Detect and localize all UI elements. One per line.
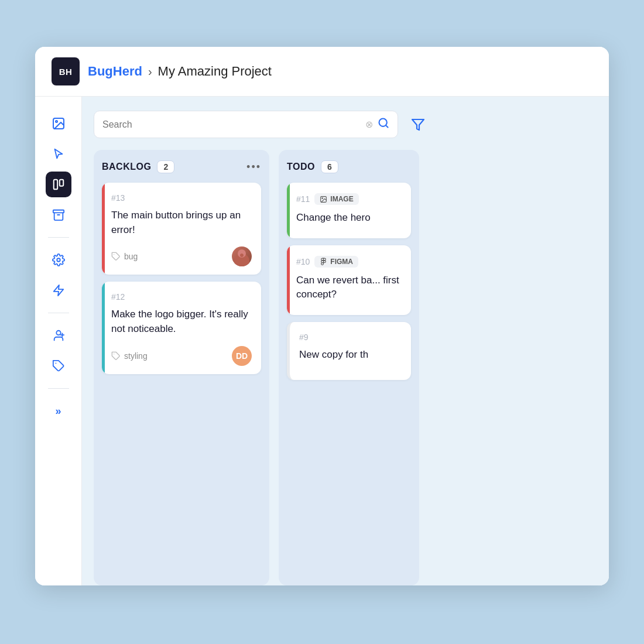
search-input[interactable] (102, 119, 361, 130)
card-avatar-12: DD (232, 346, 252, 366)
filter-button[interactable] (405, 112, 431, 138)
card-footer-12: styling DD (111, 346, 252, 366)
sidebar-item-integrations[interactable] (46, 278, 71, 303)
column-header-todo: TODO 6 (287, 160, 411, 173)
main-area: » ⊗ (35, 97, 609, 585)
kanban-card-11[interactable]: #11 IMAGE Change the hero (287, 183, 411, 238)
card-number-10: #10 (296, 257, 310, 266)
main-content: ⊗ (82, 97, 609, 585)
svg-rect-3 (59, 180, 63, 186)
sidebar-item-image[interactable] (46, 111, 71, 136)
breadcrumb-app-name[interactable]: BugHerd (88, 64, 142, 79)
column-count-todo: 6 (321, 160, 338, 173)
sidebar-divider-3 (48, 388, 69, 389)
column-header-backlog: BACKLOG 2 ••• (102, 160, 261, 173)
card-title-13: The main button brings up an error! (111, 208, 252, 237)
column-more-backlog[interactable]: ••• (246, 161, 261, 173)
kanban-column-backlog: BACKLOG 2 ••• #13 The main button brings… (94, 150, 269, 585)
card-title-9: New copy for th (299, 348, 402, 362)
card-tag-12: styling (111, 351, 148, 361)
app-header: BH BugHerd › My Amazing Project (35, 47, 609, 97)
svg-marker-6 (53, 285, 63, 296)
kanban-column-todo: TODO 6 #11 (279, 150, 419, 585)
svg-point-1 (56, 121, 57, 122)
sidebar-item-kanban[interactable] (46, 172, 71, 197)
toolbar: ⊗ (94, 111, 597, 138)
card-footer-13: bug (111, 246, 252, 266)
sidebar-divider-1 (48, 237, 69, 238)
svg-point-5 (57, 258, 60, 262)
card-tag-label-12: styling (124, 351, 148, 361)
card-number-12: #12 (111, 292, 252, 302)
kanban-card-9[interactable]: #9 New copy for th (287, 322, 411, 380)
svg-point-17 (322, 197, 323, 198)
svg-marker-13 (412, 119, 424, 130)
column-count-backlog: 2 (157, 160, 174, 173)
card-badge-10: FIGMA (314, 256, 358, 268)
card-title-12: Make the logo bigger. It's really not no… (111, 307, 252, 336)
card-badge-11: IMAGE (314, 193, 358, 205)
card-tag-label-13: bug (124, 252, 138, 261)
card-avatar-13 (232, 246, 252, 266)
svg-rect-4 (53, 210, 63, 213)
card-number-9: #9 (299, 333, 402, 342)
search-submit-icon[interactable] (378, 117, 389, 132)
svg-point-7 (56, 331, 60, 335)
kanban-board: BACKLOG 2 ••• #13 The main button brings… (94, 150, 597, 585)
card-title-10: Can we revert ba... first concept? (296, 273, 402, 302)
search-clear-icon[interactable]: ⊗ (365, 119, 373, 130)
kanban-card-10[interactable]: #10 FIGMA (287, 245, 411, 315)
breadcrumb: BugHerd › My Amazing Project (88, 64, 272, 79)
breadcrumb-project-name: My Amazing Project (158, 64, 272, 79)
search-box[interactable]: ⊗ (94, 111, 398, 138)
kanban-card-13[interactable]: #13 The main button brings up an error! … (102, 183, 261, 275)
breadcrumb-chevron-icon: › (148, 65, 152, 78)
svg-rect-2 (53, 180, 57, 190)
card-title-11: Change the hero (296, 211, 402, 225)
sidebar-item-archive[interactable] (46, 202, 71, 228)
sidebar-item-settings[interactable] (46, 247, 71, 273)
sidebar: » (35, 97, 82, 585)
sidebar-item-cursor[interactable] (46, 141, 71, 167)
card-number-11: #11 (296, 194, 310, 204)
svg-line-12 (386, 125, 388, 128)
kanban-card-12[interactable]: #12 Make the logo bigger. It's really no… (102, 282, 261, 374)
sidebar-divider-2 (48, 313, 69, 313)
card-tag-13: bug (111, 252, 138, 261)
app-window: BH BugHerd › My Amazing Project (35, 47, 609, 585)
card-number-13: #13 (111, 193, 252, 203)
sidebar-item-members[interactable] (46, 323, 71, 348)
app-logo: BH (52, 57, 80, 85)
sidebar-item-tags[interactable] (46, 353, 71, 379)
column-title-todo: TODO (287, 162, 315, 172)
column-title-backlog: BACKLOG (102, 162, 151, 172)
sidebar-item-more[interactable]: » (46, 398, 71, 424)
